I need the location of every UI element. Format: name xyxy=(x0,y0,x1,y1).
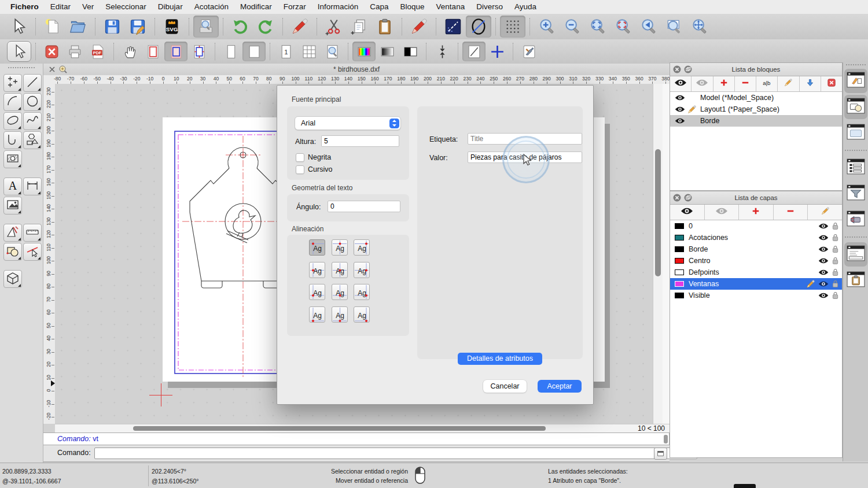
eye-hidden-button[interactable] xyxy=(692,76,713,91)
draft-mode-button[interactable] xyxy=(462,42,486,61)
block-row[interactable]: Model (*Model_Space) xyxy=(670,92,842,103)
shape-tools-button[interactable] xyxy=(23,131,42,149)
alignment-cell-bottom-center[interactable]: Ag xyxy=(332,306,348,323)
alignment-cell-base-right[interactable]: Ag xyxy=(354,284,370,300)
measure-tools-button[interactable] xyxy=(23,224,42,242)
eye-hidden-button[interactable] xyxy=(705,205,740,220)
layer-visibility-eye-icon[interactable] xyxy=(818,269,829,276)
layer-row[interactable]: 0 xyxy=(670,220,842,232)
menu-seleccionar[interactable]: Seleccionar xyxy=(100,0,152,14)
ellipse-tools-button[interactable] xyxy=(3,112,22,130)
clipboard-panel-button[interactable] xyxy=(844,268,867,293)
eye-visible-button[interactable] xyxy=(670,76,692,91)
print-button[interactable] xyxy=(63,42,86,61)
dimension-tools-button[interactable] xyxy=(23,178,42,195)
zoom-window-button[interactable] xyxy=(661,16,687,38)
library-panel-button[interactable] xyxy=(844,121,867,145)
layer-lock-icon[interactable] xyxy=(832,291,838,300)
zoom-auto-button[interactable] xyxy=(585,16,610,38)
edit-pencil-button[interactable] xyxy=(778,76,799,91)
alignment-cell-top-left[interactable]: Ag xyxy=(309,239,325,256)
zoom-page-button[interactable] xyxy=(321,42,344,61)
save-button[interactable] xyxy=(100,16,125,38)
block-edit-pencil-icon[interactable] xyxy=(685,105,698,114)
layer-lock-icon[interactable] xyxy=(832,234,838,242)
layer-lock-icon[interactable] xyxy=(832,257,838,265)
paste-button[interactable] xyxy=(372,16,398,38)
angle-input[interactable] xyxy=(328,201,400,212)
polyline-tools-button[interactable] xyxy=(3,131,22,149)
ellipse-slash-button[interactable] xyxy=(466,16,491,38)
layer-row[interactable]: Acotaciones xyxy=(670,232,842,243)
remove-button[interactable] xyxy=(735,76,756,91)
svg-export-button[interactable]: SVG xyxy=(159,16,185,38)
view-panel-button[interactable] xyxy=(844,208,867,232)
block-row[interactable]: Layout1 (*Paper_Space) xyxy=(670,103,842,115)
alignment-cell-bottom-left[interactable]: Ag xyxy=(309,306,325,323)
document-close-icon[interactable] xyxy=(49,66,56,73)
redo-button[interactable] xyxy=(253,16,278,38)
vertical-scrollbar[interactable] xyxy=(653,84,663,424)
command-panel-button[interactable] xyxy=(844,242,867,267)
page-portrait-button[interactable] xyxy=(219,42,242,61)
layer-list-panel-button[interactable] xyxy=(844,95,867,119)
italic-checkbox[interactable] xyxy=(296,165,304,174)
print-preview-button[interactable] xyxy=(193,16,219,38)
hatch-tools-button[interactable] xyxy=(3,150,22,168)
close-document-button[interactable] xyxy=(40,42,63,61)
arc-tools-button[interactable] xyxy=(3,93,22,111)
menu-diverso[interactable]: Diverso xyxy=(470,0,509,14)
block-row[interactable]: Borde xyxy=(670,115,842,127)
vertical-scroll-thumb[interactable] xyxy=(655,149,661,276)
menu-ver[interactable]: Ver xyxy=(76,0,100,14)
alignment-cell-base-left[interactable]: Ag xyxy=(309,284,325,300)
menu-modificar[interactable]: Modificar xyxy=(234,0,278,14)
layer-row[interactable]: Visible xyxy=(670,290,842,301)
purge-block-button[interactable] xyxy=(821,76,842,91)
color-mode-button[interactable] xyxy=(352,42,376,61)
height-input[interactable] xyxy=(321,135,399,147)
block-visibility-eye-icon[interactable] xyxy=(675,106,685,113)
layer-row[interactable]: Borde xyxy=(670,243,842,255)
layer-visibility-eye-icon[interactable] xyxy=(818,223,829,230)
page-current-button[interactable] xyxy=(242,42,266,61)
panel-close-icon[interactable] xyxy=(673,194,681,202)
rename-ab-button[interactable]: a|b xyxy=(756,76,778,91)
viewport-fit-button[interactable] xyxy=(187,42,211,61)
horizontal-scrollbar[interactable]: 10 < 100 xyxy=(55,424,670,432)
edit-entity-button[interactable] xyxy=(406,16,432,38)
add-button[interactable] xyxy=(739,205,774,220)
viewport-highlight-button[interactable] xyxy=(164,42,187,61)
image-tool-button[interactable] xyxy=(3,197,22,215)
layer-row[interactable]: Centro xyxy=(670,255,842,267)
menu-acotación[interactable]: Acotación xyxy=(189,0,234,14)
cancel-button[interactable]: Cancelar xyxy=(483,380,527,393)
command-history-scrollbar[interactable] xyxy=(664,435,668,443)
zoom-out-button[interactable] xyxy=(560,16,585,38)
add-button[interactable] xyxy=(713,76,735,91)
eye-visible-button[interactable] xyxy=(670,205,705,220)
undo-button[interactable] xyxy=(227,16,253,38)
layer-visibility-eye-icon[interactable] xyxy=(818,234,829,241)
menu-ayuda[interactable]: Ayuda xyxy=(509,0,542,14)
layer-lock-icon[interactable] xyxy=(832,280,838,288)
lineweight-box-button[interactable] xyxy=(440,16,466,38)
alignment-cell-middle-left[interactable]: Ag xyxy=(309,262,325,278)
layer-lock-icon[interactable] xyxy=(832,245,838,253)
pdf-export-button[interactable]: PDF xyxy=(86,42,109,61)
layer-lock-icon[interactable] xyxy=(832,222,838,230)
menu-capa[interactable]: Capa xyxy=(364,0,394,14)
bold-checkbox[interactable] xyxy=(296,153,304,162)
page-grid-button[interactable] xyxy=(297,42,321,61)
zoom-previous-button[interactable] xyxy=(636,16,661,38)
cut-button[interactable] xyxy=(321,16,347,38)
alignment-cell-top-center[interactable]: Ag xyxy=(332,239,348,256)
pointer-select-button[interactable] xyxy=(7,41,31,62)
zoom-selection-button[interactable] xyxy=(610,16,636,38)
menu-información[interactable]: Información xyxy=(312,0,365,14)
font-dropdown[interactable]: Arial xyxy=(295,116,401,130)
gray-mode-button[interactable] xyxy=(376,42,399,61)
snap-center-button[interactable] xyxy=(486,42,509,61)
page-single-button[interactable]: 1 xyxy=(274,42,297,61)
command-input[interactable] xyxy=(94,448,697,459)
